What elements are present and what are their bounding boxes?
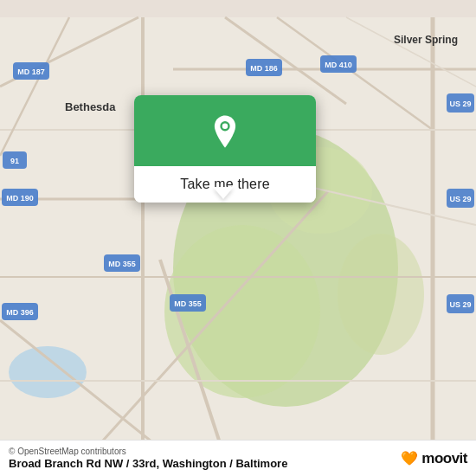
svg-text:MD 396: MD 396: [6, 308, 34, 317]
bottom-bar: © OpenStreetMap contributors Broad Branc…: [0, 440, 476, 476]
bottom-right: 🧡 moovit: [401, 450, 467, 467]
svg-point-4: [338, 234, 424, 355]
popup-tail: [213, 187, 234, 199]
moovit-logo: moovit: [421, 450, 467, 467]
svg-text:MD 410: MD 410: [325, 61, 352, 69]
svg-text:91: 91: [10, 157, 19, 165]
svg-point-5: [9, 346, 87, 398]
svg-text:US 29: US 29: [449, 300, 471, 309]
svg-point-47: [222, 124, 228, 129]
location-label: Broad Branch Rd NW / 33rd, Washington / …: [9, 457, 287, 470]
svg-text:MD 190: MD 190: [6, 194, 34, 203]
svg-text:MD 355: MD 355: [108, 260, 136, 268]
popup-green-area: [134, 95, 316, 166]
moovit-heart-pin-icon: 🧡: [401, 450, 418, 466]
svg-text:MD 187: MD 187: [17, 68, 45, 76]
svg-text:US 29: US 29: [449, 100, 471, 108]
bottom-left: © OpenStreetMap contributors Broad Branc…: [9, 447, 287, 470]
svg-text:US 29: US 29: [449, 195, 471, 203]
map-container: MD 187 MD 410 91 MD 186 US 29 MD 190 MD …: [0, 0, 476, 476]
location-pin-icon: [207, 114, 243, 151]
svg-text:Silver Spring: Silver Spring: [394, 34, 458, 46]
map-background: MD 187 MD 410 91 MD 186 US 29 MD 190 MD …: [0, 0, 476, 476]
svg-text:MD 355: MD 355: [174, 299, 202, 308]
svg-text:MD 186: MD 186: [250, 64, 278, 73]
svg-text:Bethesda: Bethesda: [65, 100, 116, 113]
copyright-text: © OpenStreetMap contributors: [9, 447, 287, 456]
